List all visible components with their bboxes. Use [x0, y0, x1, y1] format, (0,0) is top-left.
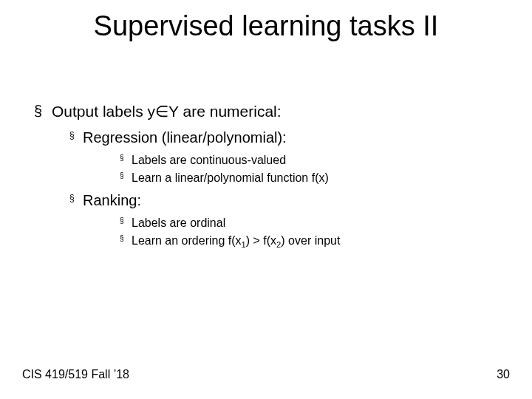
- bullet-ranking-2: Learn an ordering f(x1) > f(x2) over inp…: [83, 233, 498, 250]
- ranking-2-pre: Learn an ordering f(x: [132, 234, 242, 247]
- bullet-main: Output labels y∈Y are numerical: Regress…: [34, 102, 498, 250]
- slide-title: Supervised learning tasks II: [0, 10, 532, 42]
- bullet-regression-label: Regression (linear/polynomial):: [83, 129, 287, 146]
- ranking-2-mid: ) > f(x: [246, 234, 276, 247]
- footer-page-number: 30: [497, 368, 510, 381]
- slide-body: Output labels y∈Y are numerical: Regress…: [34, 102, 498, 256]
- footer-course: CIS 419/519 Fall ’18: [22, 368, 129, 381]
- bullet-regression-1: Labels are continuous-valued: [83, 153, 498, 168]
- bullet-main-text: Output labels y∈Y are numerical:: [52, 103, 282, 120]
- bullet-regression: Regression (linear/polynomial): Labels a…: [52, 129, 498, 185]
- ranking-2-post: ) over input: [281, 234, 340, 247]
- bullet-regression-2: Learn a linear/polynomial function f(x): [83, 171, 498, 185]
- bullet-ranking: Ranking: Labels are ordinal Learn an ord…: [52, 191, 498, 250]
- bullet-ranking-1: Labels are ordinal: [83, 216, 498, 231]
- slide: Supervised learning tasks II Output labe…: [0, 0, 532, 399]
- bullet-ranking-label: Ranking:: [83, 192, 141, 208]
